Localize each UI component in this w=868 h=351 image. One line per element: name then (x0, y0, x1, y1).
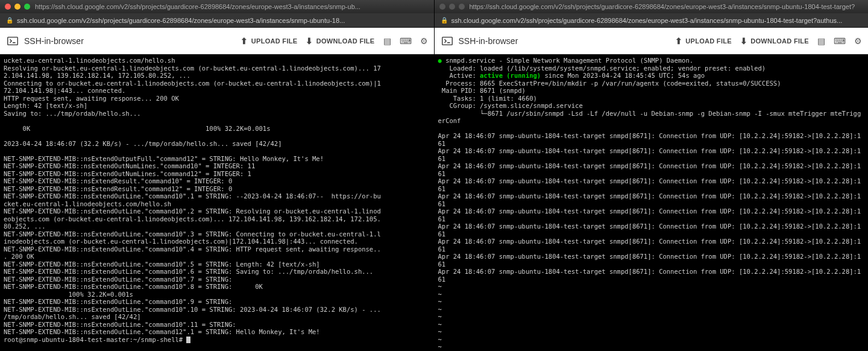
titlebar-left: https://ssh.cloud.google.com/v2/ssh/proj… (0, 0, 434, 13)
keyboard-icon[interactable]: ⌨ (400, 36, 412, 46)
window-controls-right[interactable] (439, 4, 465, 10)
ssh-brand-right: SSH-in-browser (441, 34, 675, 48)
terminal-window-left: https://ssh.cloud.google.com/v2/ssh/proj… (0, 0, 435, 351)
download-file-button-right[interactable]: ⬇ DOWNLOAD FILE (740, 36, 809, 46)
window-controls-left[interactable] (5, 4, 30, 10)
feedback-icon[interactable]: ▤ (817, 36, 825, 46)
maximize-icon[interactable] (24, 4, 30, 10)
download-icon: ⬇ (740, 36, 747, 46)
upload-file-button-left[interactable]: ⬆ UPLOAD FILE (241, 36, 297, 46)
service-status-dot: ● (438, 57, 442, 64)
toolbar-left: SSH-in-browser ⬆ UPLOAD FILE ⬇ DOWNLOAD … (0, 28, 434, 54)
terminal-output-left: ucket.eu-central-1.linodeobjects.com/hel… (4, 57, 381, 335)
gear-icon[interactable]: ⚙ (854, 36, 862, 46)
ssh-brand-left: SSH-in-browser (6, 34, 241, 48)
svg-rect-0 (8, 37, 18, 45)
terminal-prompt-left: root@snmp-ubuntu-1804-test-master:~/snmp… (4, 336, 186, 343)
keyboard-icon[interactable]: ⌨ (834, 36, 846, 46)
upload-label-left: UPLOAD FILE (251, 37, 298, 45)
cursor-icon (186, 337, 190, 343)
window-title-right: https://ssh.cloud.google.com/v2/ssh/proj… (470, 3, 864, 10)
shell-icon (6, 34, 19, 48)
svg-rect-1 (442, 37, 452, 45)
download-label-right: DOWNLOAD FILE (750, 37, 809, 45)
download-file-button-left[interactable]: ⬇ DOWNLOAD FILE (306, 36, 374, 46)
close-icon[interactable] (5, 4, 11, 10)
address-text-right: ssh.cloud.google.com/v2/ssh/projects/gua… (451, 17, 863, 24)
terminal-left[interactable]: ucket.eu-central-1.linodeobjects.com/hel… (0, 54, 434, 351)
terminal-right[interactable]: ● snmpd.service - Simple Network Managem… (435, 54, 869, 351)
minimize-icon[interactable] (14, 4, 20, 10)
shell-icon (441, 34, 454, 48)
toolbar-right: SSH-in-browser ⬆ UPLOAD FILE ⬇ DOWNLOAD … (435, 28, 869, 54)
window-title-left: https://ssh.cloud.google.com/v2/ssh/proj… (35, 3, 429, 10)
terminal-window-right: https://ssh.cloud.google.com/v2/ssh/proj… (435, 0, 869, 351)
upload-label-right: UPLOAD FILE (685, 37, 732, 45)
lock-icon: 🔒 (441, 17, 448, 24)
upload-file-button-right[interactable]: ⬆ UPLOAD FILE (675, 36, 732, 46)
lock-icon: 🔒 (6, 17, 13, 24)
upload-icon: ⬆ (241, 36, 248, 46)
close-icon[interactable] (439, 4, 445, 10)
addrbar-right[interactable]: 🔒 ssh.cloud.google.com/v2/ssh/projects/g… (435, 13, 869, 28)
download-label-left: DOWNLOAD FILE (316, 37, 375, 45)
ssh-brand-label-left: SSH-in-browser (24, 36, 84, 46)
maximize-icon[interactable] (459, 4, 465, 10)
titlebar-right: https://ssh.cloud.google.com/v2/ssh/proj… (435, 0, 869, 13)
addrbar-left[interactable]: 🔒 ssh.cloud.google.com/v2/ssh/projects/g… (0, 13, 434, 28)
active-status: active (running) (480, 72, 541, 79)
minimize-icon[interactable] (449, 4, 455, 10)
upload-icon: ⬆ (675, 36, 682, 46)
ssh-brand-label-right: SSH-in-browser (459, 36, 518, 46)
download-icon: ⬇ (306, 36, 313, 46)
gear-icon[interactable]: ⚙ (420, 36, 428, 46)
feedback-icon[interactable]: ▤ (383, 36, 391, 46)
address-text-left: ssh.cloud.google.com/v2/ssh/projects/gua… (17, 17, 428, 24)
